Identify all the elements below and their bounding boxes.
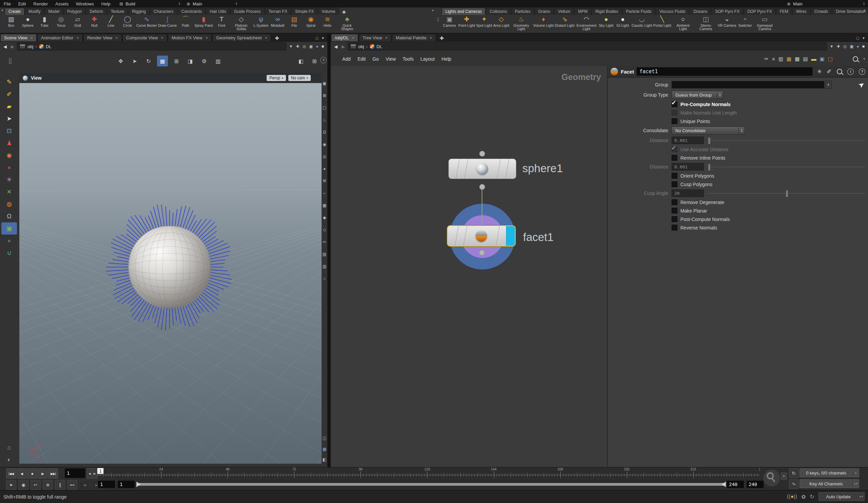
snap-multi-icon[interactable]: ⊞ bbox=[171, 55, 182, 66]
info-icon[interactable]: i bbox=[847, 69, 854, 75]
checkbox[interactable] bbox=[672, 146, 678, 152]
shelf-tool[interactable]: ◇ Area Light bbox=[493, 15, 509, 27]
dropdown[interactable]: No Consolidate bbox=[672, 126, 745, 135]
shelf-tool[interactable]: ◒ VR Camera bbox=[718, 15, 736, 27]
cut-wires-icon[interactable]: ✂ bbox=[765, 56, 769, 62]
shelf-tool[interactable]: ⌒ Path bbox=[178, 15, 193, 27]
shelf-tab[interactable]: Particle Fluids bbox=[622, 8, 655, 15]
overview-icon[interactable]: ◔ bbox=[862, 56, 865, 62]
pane-tab[interactable]: /obj/DL ✕ bbox=[331, 34, 358, 41]
stack-icon[interactable]: ▤ bbox=[803, 56, 808, 62]
node-name-input[interactable] bbox=[637, 67, 812, 76]
shelf-tool[interactable]: ◎ Torus bbox=[53, 15, 69, 27]
shelf-tab[interactable]: Particles bbox=[511, 8, 534, 15]
shelf-scroll-icon[interactable]: ▲ bbox=[1, 9, 4, 11]
param-slider[interactable] bbox=[708, 193, 865, 194]
shelf-tab[interactable]: Guide Process bbox=[230, 8, 265, 15]
shelf-tab[interactable]: Simple FX bbox=[291, 8, 318, 15]
menu-item[interactable]: Render bbox=[30, 1, 52, 7]
shelf-tool[interactable]: ∿ Curve Bezier bbox=[136, 15, 157, 27]
tree-list-icon[interactable]: ≡ bbox=[772, 56, 775, 62]
node-output-connector[interactable] bbox=[479, 184, 485, 190]
shade-icon[interactable]: ◨ bbox=[185, 55, 196, 66]
key-mode-select[interactable]: Key All Channels ▲▼ bbox=[799, 479, 859, 488]
sphere-icon[interactable]: ● bbox=[316, 44, 319, 49]
shelf-tool[interactable]: ∞ Metaball bbox=[270, 15, 285, 27]
measure-icon[interactable]: ⌐ bbox=[323, 190, 326, 196]
close-tab-icon[interactable]: ✕ bbox=[265, 36, 268, 40]
toolbar-grip-icon[interactable]: ⣿ bbox=[8, 57, 12, 64]
select-arrow-icon[interactable]: ➤ bbox=[1, 113, 17, 125]
viewport-3d-scene[interactable]: z x bbox=[19, 73, 322, 464]
linked-pane-icon[interactable]: ■ bbox=[862, 44, 865, 49]
shelf-tool[interactable]: ≋ Helix bbox=[320, 15, 335, 27]
viewport-canvas[interactable]: z x View Persp▾ No cam▾ bbox=[19, 73, 322, 464]
desktop-selector[interactable]: ⊞ Build bbox=[120, 1, 180, 7]
shelf-tab[interactable]: Viscous Fluids bbox=[656, 8, 689, 15]
step-back-button[interactable]: ◀ bbox=[17, 469, 27, 479]
shelf-menu-icon[interactable]: ▼ bbox=[863, 9, 866, 12]
shelf-tool[interactable]: ◉ Spiral bbox=[303, 15, 319, 27]
shelf-tab[interactable]: MPM bbox=[574, 8, 591, 15]
forward-icon[interactable]: ▶ bbox=[10, 44, 16, 49]
shelf-tool[interactable]: ╱ Line bbox=[103, 15, 119, 27]
shelf-tab[interactable]: Oceans bbox=[690, 8, 711, 15]
menu-item[interactable]: Assets bbox=[52, 1, 72, 7]
param-field[interactable]: 20 bbox=[672, 189, 704, 197]
frame-back-icon[interactable]: ◀ bbox=[87, 468, 92, 479]
shelf-tab[interactable]: FEM bbox=[776, 8, 792, 15]
spinner-icon[interactable] bbox=[738, 127, 745, 134]
update-mode-select[interactable]: Auto Update ▲▼ bbox=[818, 492, 865, 501]
pane-menu-icon[interactable]: ▼ bbox=[862, 36, 865, 40]
shelf-tool[interactable]: ✚ Point Light bbox=[458, 15, 475, 27]
shelf-tool[interactable]: ▱ Grid bbox=[70, 15, 85, 27]
orbit-tool-icon[interactable]: ↻ bbox=[143, 55, 154, 66]
shelf-tab[interactable]: Terrain FX bbox=[265, 8, 291, 15]
camera-select-button[interactable]: No cam▾ bbox=[288, 75, 311, 81]
pane-tab[interactable]: Render View ✕ bbox=[83, 34, 122, 41]
shelf-tool[interactable]: ◇ Platonic Solids bbox=[230, 15, 252, 31]
close-tab-icon[interactable]: ✕ bbox=[385, 36, 388, 40]
shelf-tool[interactable]: ▮ Tube bbox=[37, 15, 52, 27]
checkbox[interactable] bbox=[672, 181, 678, 187]
network-menu-item[interactable]: Go bbox=[369, 56, 382, 62]
network-menu-item[interactable]: View bbox=[382, 56, 399, 62]
search-icon[interactable] bbox=[837, 69, 842, 74]
playback-start-field[interactable]: 1 bbox=[117, 480, 135, 489]
tick-settings-icon[interactable]: ∥ bbox=[55, 480, 65, 490]
node-input-connector[interactable] bbox=[479, 151, 485, 157]
shelf-grip-icon[interactable]: ⣿ bbox=[436, 17, 440, 22]
eraser-tool-icon[interactable]: ▰ bbox=[1, 100, 17, 113]
pin-icon[interactable]: ✚ bbox=[837, 44, 840, 49]
param-field[interactable]: 0.001 bbox=[672, 163, 704, 170]
lock-icon[interactable]: ⊡ bbox=[1, 125, 17, 137]
lock-view-icon[interactable]: ⊠ bbox=[323, 93, 326, 98]
shelf-tab[interactable]: Vellum bbox=[554, 8, 574, 15]
audio-icon[interactable]: ◉ bbox=[18, 480, 29, 490]
network-menu-item[interactable]: Add bbox=[339, 56, 354, 62]
shelf-tool[interactable]: ▧ Box bbox=[3, 15, 19, 27]
stop-button[interactable]: ■ bbox=[27, 469, 37, 479]
bulb-icon[interactable]: ○ bbox=[323, 276, 326, 281]
back-icon[interactable]: ◀ bbox=[333, 44, 339, 49]
spinner-icon[interactable] bbox=[235, 2, 237, 6]
select-tool-icon[interactable]: ➤ bbox=[129, 55, 140, 66]
close-tab-icon[interactable]: ✕ bbox=[161, 36, 164, 40]
shelf-tool[interactable]: ╲ Portal Light bbox=[653, 15, 671, 27]
help-icon[interactable]: ? bbox=[320, 57, 327, 63]
sphere-tool-icon[interactable]: ● bbox=[1, 234, 17, 247]
shelf-tab[interactable]: Collisions bbox=[486, 8, 510, 15]
realtime-icon[interactable]: ⊕ bbox=[43, 480, 53, 490]
forward-icon[interactable]: ▶ bbox=[340, 44, 346, 49]
linked-pane-icon[interactable]: ■ bbox=[322, 44, 324, 49]
undo-anim-icon[interactable]: ↩ bbox=[31, 480, 41, 490]
shelf-tool[interactable]: T Font bbox=[214, 15, 229, 27]
scoped-channels-icon[interactable]: ↻ bbox=[789, 469, 798, 478]
shelf-tool[interactable]: ◡ Caustic Light bbox=[632, 15, 652, 27]
help-icon[interactable]: ? bbox=[859, 69, 865, 75]
float-pane-icon[interactable]: ▢ bbox=[856, 36, 859, 40]
sphere-icon[interactable]: ● bbox=[857, 44, 859, 49]
timeline-ruler[interactable]: 1 244872961201441681922162 bbox=[97, 468, 760, 479]
lighting-icon[interactable]: ♨ bbox=[323, 117, 326, 123]
grid-display-icon[interactable]: ▦ bbox=[323, 203, 326, 208]
